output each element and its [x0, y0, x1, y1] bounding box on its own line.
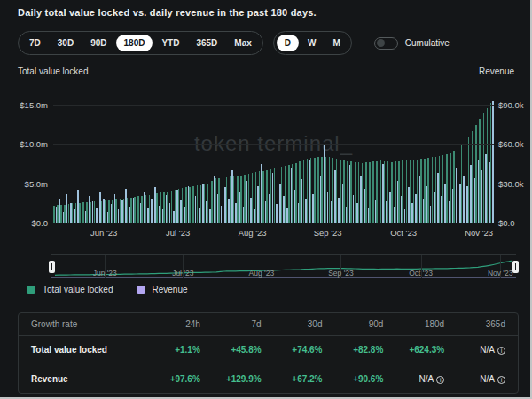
tvl-bar	[329, 157, 331, 223]
tvl-bar	[94, 201, 96, 223]
granularity-button-m[interactable]: M	[325, 35, 348, 51]
table-value-cell: +74.6%	[274, 345, 335, 355]
cumulative-label: Cumulative	[405, 38, 450, 48]
tvl-bar	[156, 193, 158, 223]
info-icon[interactable]: i	[436, 376, 444, 384]
x-axis-month-label: Nov '23	[465, 228, 493, 238]
tvl-bar	[127, 198, 129, 223]
granularity-button-w[interactable]: W	[300, 35, 324, 51]
tvl-bar	[358, 162, 360, 223]
x-axis-month-label: Jul '23	[166, 228, 190, 238]
tvl-bar	[402, 160, 403, 223]
tvl-bar	[303, 160, 305, 223]
tvl-bar	[185, 187, 187, 223]
tvl-bar	[450, 153, 451, 223]
tvl-bar	[57, 205, 59, 223]
tvl-bar	[120, 199, 121, 223]
legend-label: Total value locked	[43, 285, 113, 294]
tvl-bar	[171, 191, 173, 223]
tvl-bar	[490, 103, 492, 223]
legend-item[interactable]: Total value locked	[27, 285, 113, 294]
tvl-bar	[432, 157, 434, 223]
legend: Total value lockedRevenue	[27, 285, 188, 294]
granularity-button-d[interactable]: D	[277, 35, 299, 51]
tvl-bar	[483, 113, 485, 223]
tvl-bar	[90, 202, 91, 223]
tvl-bar	[86, 202, 88, 223]
tvl-bar	[75, 203, 77, 223]
x-axis-month-label: Aug '23	[239, 228, 267, 238]
tvl-bar	[207, 184, 209, 223]
legend-swatch-icon	[137, 286, 145, 294]
axis-tick-label: $0.0	[498, 218, 532, 228]
range-button-7d[interactable]: 7D	[21, 35, 49, 51]
tvl-bar	[369, 162, 371, 223]
tvl-bar	[453, 151, 455, 223]
legend-item[interactable]: Revenue	[137, 285, 188, 294]
tvl-bar	[178, 189, 180, 223]
tvl-bar	[376, 161, 378, 223]
table-header-cell: Growth rate	[19, 319, 152, 329]
tvl-bar	[325, 157, 326, 223]
tvl-bar	[145, 195, 147, 223]
tvl-bar	[98, 201, 99, 223]
tvl-bar	[299, 161, 301, 223]
bar-group	[490, 89, 494, 223]
table-header-cell: 180d	[395, 319, 457, 329]
tvl-bar	[175, 190, 176, 223]
brush-handle-left[interactable]	[49, 261, 55, 273]
left-axis-title: Total value locked	[18, 66, 89, 76]
tvl-bar	[365, 162, 367, 223]
timeline-brush[interactable]: Jun '23Jul '23Aug '23Sep '23Oct '23Nov '…	[51, 254, 516, 278]
revenue-bar	[492, 101, 494, 223]
tvl-bar	[292, 164, 293, 223]
tvl-bar	[332, 158, 334, 223]
legend-label: Revenue	[153, 285, 188, 294]
range-button-365d[interactable]: 365D	[188, 35, 225, 51]
tvl-bar	[387, 161, 389, 223]
tvl-bar	[255, 172, 257, 223]
tvl-bar	[468, 137, 470, 223]
tvl-bar	[108, 200, 110, 223]
axis-tick-label: $30.0k	[498, 179, 532, 189]
brush-month-label: Jun '23	[93, 269, 117, 278]
table-value-cell: +129.9%	[213, 374, 274, 384]
tvl-bar	[197, 185, 199, 223]
tvl-bar	[340, 160, 341, 223]
tvl-bar	[343, 160, 345, 223]
table-value-cell: +82.8%	[335, 345, 396, 355]
range-button-ytd[interactable]: YTD	[153, 35, 187, 51]
tvl-bar	[68, 204, 70, 223]
axis-tick-label: $60.0k	[498, 139, 532, 149]
tvl-bar	[105, 200, 106, 223]
tvl-bar	[137, 196, 139, 223]
chart-controls: 7D30D90D180DYTD365DMax DWM Cumulative	[18, 31, 450, 55]
tvl-bar	[295, 163, 297, 223]
table-value-cell: +90.6%	[335, 374, 396, 384]
tvl-bar	[458, 149, 459, 223]
cumulative-toggle[interactable]	[374, 37, 398, 50]
tvl-bar	[192, 186, 194, 223]
brush-handle-right[interactable]	[512, 261, 519, 273]
tvl-bar	[149, 195, 151, 223]
tvl-bar	[115, 199, 117, 223]
tvl-bar	[435, 157, 437, 223]
plot-area[interactable]	[53, 89, 494, 223]
range-button-30d[interactable]: 30D	[50, 35, 82, 51]
tvl-bar	[336, 159, 338, 223]
range-button-180d[interactable]: 180D	[116, 35, 153, 51]
axis-tick-label: $10.0m	[0, 139, 48, 149]
range-button-max[interactable]: Max	[226, 35, 259, 51]
tvl-bar	[285, 166, 286, 223]
tvl-bar	[278, 168, 279, 223]
brush-sparkline	[51, 255, 516, 278]
axis-titles: Total value locked Revenue	[18, 66, 514, 76]
tvl-bar	[82, 202, 84, 223]
info-icon[interactable]: i	[497, 347, 505, 355]
info-icon[interactable]: i	[497, 376, 505, 384]
tvl-bar	[259, 171, 261, 223]
tvl-bar	[439, 156, 441, 223]
tvl-bar	[211, 181, 213, 223]
range-button-90d[interactable]: 90D	[82, 35, 114, 51]
table-header-cell: 30d	[274, 319, 335, 329]
